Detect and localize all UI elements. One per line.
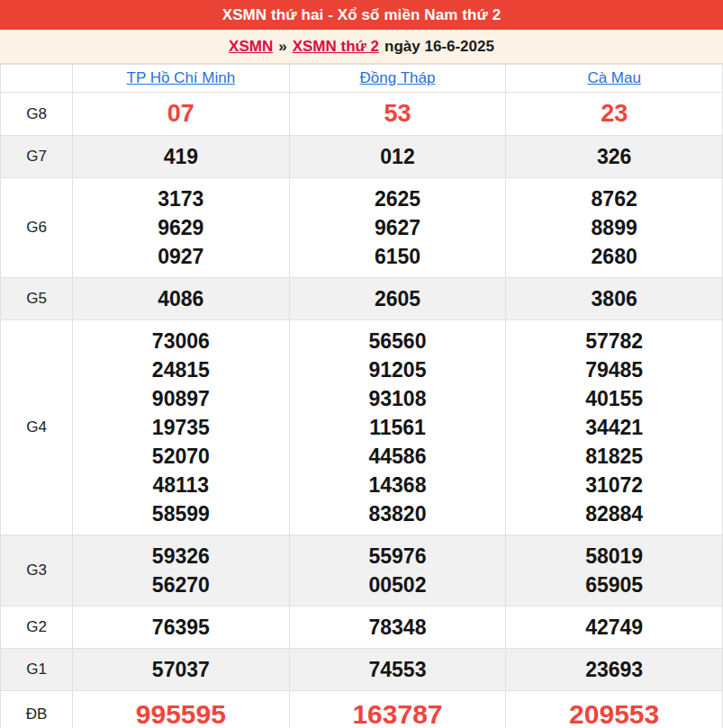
result-cell-g4-ca-mau: 57782794854015534421818253107282884 <box>506 320 723 535</box>
table-body: G8075323G7419012326G63173962909272625962… <box>1 93 723 728</box>
result-number: 8762 <box>506 184 722 213</box>
prize-row-g8: G8075323 <box>1 93 723 136</box>
result-number: 52070 <box>73 442 289 471</box>
result-cell-g5-tphcm: 4086 <box>73 278 290 320</box>
result-number: 65905 <box>506 571 722 599</box>
result-number: 2680 <box>506 242 722 271</box>
result-number: 73006 <box>73 327 289 355</box>
result-cell-g3-ca-mau: 5801965905 <box>506 535 723 607</box>
result-number: 23693 <box>506 655 722 684</box>
lottery-results-table: TP Hồ Chí MinhĐồng ThápCà Mau G8075323G7… <box>0 64 723 728</box>
result-number: 14368 <box>290 471 506 499</box>
result-number: 83820 <box>290 499 506 528</box>
result-number: 79485 <box>506 355 722 384</box>
result-number: 59326 <box>73 542 289 571</box>
result-number: 3173 <box>73 184 289 213</box>
result-number: 23 <box>506 99 722 129</box>
prize-label-g5: G5 <box>1 278 73 320</box>
result-number: 0927 <box>73 242 289 271</box>
result-number: 012 <box>290 142 506 171</box>
result-number: 11561 <box>290 413 506 442</box>
result-number: 326 <box>506 142 722 171</box>
page-title: XSMN thứ hai - Xổ số miền Nam thứ 2 <box>222 6 502 24</box>
result-cell-g7-tphcm: 419 <box>73 136 290 178</box>
result-number: 31072 <box>506 471 722 499</box>
result-number: 8899 <box>506 213 722 242</box>
result-cell-g6-dong-thap: 262596276150 <box>289 178 506 278</box>
result-number: 419 <box>73 142 289 171</box>
title-bar: XSMN thứ hai - Xổ số miền Nam thứ 2 <box>0 0 723 30</box>
result-cell-g5-ca-mau: 3806 <box>506 278 723 320</box>
result-cell-g2-ca-mau: 42749 <box>506 607 723 649</box>
result-number: 19735 <box>73 413 289 442</box>
result-cell-g1-ca-mau: 23693 <box>506 649 723 691</box>
result-number: 6150 <box>290 242 506 271</box>
result-cell-g7-dong-thap: 012 <box>289 136 506 178</box>
result-number: 34421 <box>506 413 722 442</box>
result-number: 4086 <box>73 284 289 313</box>
result-number: 07 <box>73 99 289 129</box>
breadcrumb-separator: » <box>278 38 286 56</box>
result-cell-g1-tphcm: 57037 <box>73 649 290 691</box>
result-number: 44586 <box>290 442 506 471</box>
result-cell-g3-dong-thap: 5597600502 <box>289 535 506 607</box>
breadcrumb-link-xsmn-thu-2[interactable]: XSMN thứ 2 <box>293 38 379 56</box>
result-cell-g1-dong-thap: 74553 <box>289 649 506 691</box>
result-number: 48113 <box>73 471 289 499</box>
column-link-ca-mau[interactable]: Cà Mau <box>587 69 641 86</box>
result-number: 78348 <box>290 613 506 642</box>
prize-label-g8: G8 <box>1 93 73 136</box>
column-header-dong-thap: Đồng Tháp <box>289 65 506 93</box>
breadcrumb-date: ngày 16-6-2025 <box>384 38 494 56</box>
result-number: 42749 <box>506 613 722 642</box>
result-cell-g8-tphcm: 07 <box>73 93 290 136</box>
result-number: 56560 <box>290 327 506 355</box>
result-cell-g8-dong-thap: 53 <box>289 93 506 136</box>
result-cell-g8-ca-mau: 23 <box>506 93 723 136</box>
prize-label-g7: G7 <box>1 136 73 178</box>
result-number: 57782 <box>506 327 722 355</box>
prize-row-g1: G1570377455323693 <box>1 649 723 691</box>
result-number: 81825 <box>506 442 722 471</box>
result-cell-g6-tphcm: 317396290927 <box>73 178 290 278</box>
result-cell-db-tphcm: 995595 <box>73 691 290 728</box>
result-cell-g5-dong-thap: 2605 <box>289 278 506 320</box>
breadcrumb-link-xsmn[interactable]: XSMN <box>229 38 273 56</box>
prize-label-g2: G2 <box>1 607 73 649</box>
result-number: 2625 <box>290 184 506 213</box>
prize-row-g7: G7419012326 <box>1 136 723 178</box>
result-number: 24815 <box>73 355 289 384</box>
prize-label-g1: G1 <box>1 649 73 691</box>
prize-row-g5: G5408626053806 <box>1 278 723 320</box>
table-header-row: TP Hồ Chí MinhĐồng ThápCà Mau <box>1 65 723 93</box>
result-number: 55976 <box>290 542 506 571</box>
result-cell-g3-tphcm: 5932656270 <box>73 535 290 607</box>
result-number: 9629 <box>73 213 289 242</box>
result-cell-g6-ca-mau: 876288992680 <box>506 178 723 278</box>
result-cell-g7-ca-mau: 326 <box>506 136 723 178</box>
result-number: 00502 <box>290 571 506 599</box>
result-number: 58019 <box>506 542 722 571</box>
result-number: 82884 <box>506 499 722 528</box>
result-number: 209553 <box>506 697 722 728</box>
result-number: 56270 <box>73 571 289 599</box>
prize-row-g2: G2763957834842749 <box>1 607 723 649</box>
prize-row-g3: G3593265627055976005025801965905 <box>1 535 723 607</box>
prize-row-db: ĐB995595163787209553 <box>1 691 723 728</box>
column-link-dong-thap[interactable]: Đồng Tháp <box>360 69 436 86</box>
prize-row-g4: G473006248159089719735520704811358599565… <box>1 320 723 535</box>
result-number: 40155 <box>506 384 722 413</box>
result-number: 58599 <box>73 499 289 528</box>
result-number: 90897 <box>73 384 289 413</box>
result-cell-g2-dong-thap: 78348 <box>289 607 506 649</box>
result-cell-g4-tphcm: 73006248159089719735520704811358599 <box>73 320 290 535</box>
result-cell-db-dong-thap: 163787 <box>289 691 506 728</box>
result-cell-db-ca-mau: 209553 <box>506 691 723 728</box>
result-number: 57037 <box>73 655 289 684</box>
prize-label-g3: G3 <box>1 535 73 607</box>
result-number: 93108 <box>290 384 506 413</box>
breadcrumb: XSMN » XSMN thứ 2 ngày 16-6-2025 <box>0 30 723 64</box>
prize-label-g4: G4 <box>1 320 73 535</box>
result-number: 74553 <box>290 655 506 684</box>
column-link-tphcm[interactable]: TP Hồ Chí Minh <box>127 69 236 86</box>
